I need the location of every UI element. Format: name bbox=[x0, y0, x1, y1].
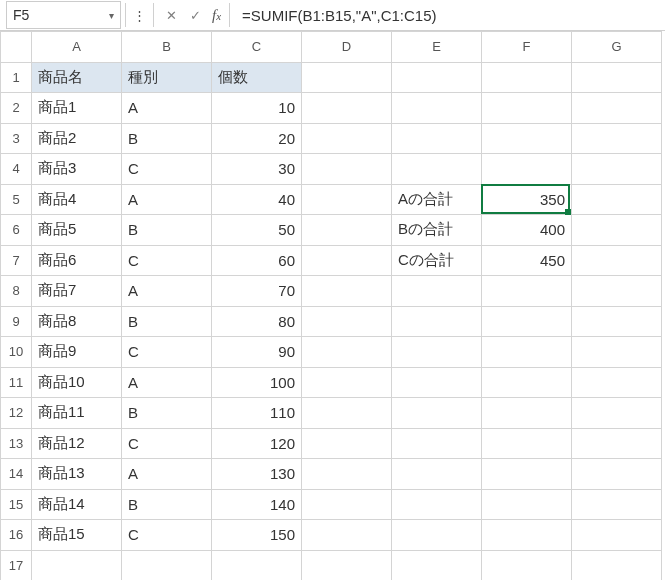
row-header[interactable]: 11 bbox=[1, 367, 32, 398]
fx-icon[interactable]: fx bbox=[212, 7, 221, 24]
cell-A13[interactable]: 商品12 bbox=[32, 428, 122, 459]
cell-F15[interactable] bbox=[482, 489, 572, 520]
cell-B11[interactable]: A bbox=[122, 367, 212, 398]
cell-C9[interactable]: 80 bbox=[212, 306, 302, 337]
row-header[interactable]: 16 bbox=[1, 520, 32, 551]
cell-B15[interactable]: B bbox=[122, 489, 212, 520]
col-header-E[interactable]: E bbox=[392, 32, 482, 63]
cell-D17[interactable] bbox=[302, 550, 392, 580]
cell-D4[interactable] bbox=[302, 154, 392, 185]
cell-A5[interactable]: 商品4 bbox=[32, 184, 122, 215]
cell-G8[interactable] bbox=[572, 276, 662, 307]
cell-C2[interactable]: 10 bbox=[212, 93, 302, 124]
cell-G14[interactable] bbox=[572, 459, 662, 490]
cell-E10[interactable] bbox=[392, 337, 482, 368]
cell-C12[interactable]: 110 bbox=[212, 398, 302, 429]
cell-G4[interactable] bbox=[572, 154, 662, 185]
cell-C8[interactable]: 70 bbox=[212, 276, 302, 307]
cell-G11[interactable] bbox=[572, 367, 662, 398]
cell-E3[interactable] bbox=[392, 123, 482, 154]
row-header[interactable]: 9 bbox=[1, 306, 32, 337]
col-header-C[interactable]: C bbox=[212, 32, 302, 63]
cell-D12[interactable] bbox=[302, 398, 392, 429]
cell-A3[interactable]: 商品2 bbox=[32, 123, 122, 154]
cell-D5[interactable] bbox=[302, 184, 392, 215]
row-header[interactable]: 7 bbox=[1, 245, 32, 276]
cell-F5[interactable]: 350 bbox=[482, 184, 572, 215]
row-header[interactable]: 12 bbox=[1, 398, 32, 429]
cell-G1[interactable] bbox=[572, 62, 662, 93]
cell-F10[interactable] bbox=[482, 337, 572, 368]
confirm-icon[interactable]: ✓ bbox=[184, 4, 206, 26]
row-header[interactable]: 13 bbox=[1, 428, 32, 459]
row-header[interactable]: 2 bbox=[1, 93, 32, 124]
cell-F3[interactable] bbox=[482, 123, 572, 154]
cell-E4[interactable] bbox=[392, 154, 482, 185]
cell-F12[interactable] bbox=[482, 398, 572, 429]
cell-C1[interactable]: 個数 bbox=[212, 62, 302, 93]
cell-F1[interactable] bbox=[482, 62, 572, 93]
cell-F14[interactable] bbox=[482, 459, 572, 490]
cell-B14[interactable]: A bbox=[122, 459, 212, 490]
cell-F8[interactable] bbox=[482, 276, 572, 307]
row-header[interactable]: 17 bbox=[1, 550, 32, 580]
cell-A17[interactable] bbox=[32, 550, 122, 580]
cell-B17[interactable] bbox=[122, 550, 212, 580]
cell-B1[interactable]: 種別 bbox=[122, 62, 212, 93]
col-header-A[interactable]: A bbox=[32, 32, 122, 63]
cell-C15[interactable]: 140 bbox=[212, 489, 302, 520]
cell-E12[interactable] bbox=[392, 398, 482, 429]
cell-A1[interactable]: 商品名 bbox=[32, 62, 122, 93]
cell-D1[interactable] bbox=[302, 62, 392, 93]
cell-C13[interactable]: 120 bbox=[212, 428, 302, 459]
cell-C14[interactable]: 130 bbox=[212, 459, 302, 490]
cell-F6[interactable]: 400 bbox=[482, 215, 572, 246]
cell-C16[interactable]: 150 bbox=[212, 520, 302, 551]
cell-D7[interactable] bbox=[302, 245, 392, 276]
cell-G7[interactable] bbox=[572, 245, 662, 276]
cell-D8[interactable] bbox=[302, 276, 392, 307]
cell-A11[interactable]: 商品10 bbox=[32, 367, 122, 398]
cell-G12[interactable] bbox=[572, 398, 662, 429]
row-header[interactable]: 14 bbox=[1, 459, 32, 490]
cell-B4[interactable]: C bbox=[122, 154, 212, 185]
cell-D9[interactable] bbox=[302, 306, 392, 337]
cell-C7[interactable]: 60 bbox=[212, 245, 302, 276]
cell-G17[interactable] bbox=[572, 550, 662, 580]
cell-D11[interactable] bbox=[302, 367, 392, 398]
cell-E5[interactable]: Aの合計 bbox=[392, 184, 482, 215]
cell-C4[interactable]: 30 bbox=[212, 154, 302, 185]
cell-D13[interactable] bbox=[302, 428, 392, 459]
row-header[interactable]: 6 bbox=[1, 215, 32, 246]
cell-B9[interactable]: B bbox=[122, 306, 212, 337]
cell-F2[interactable] bbox=[482, 93, 572, 124]
cell-E6[interactable]: Bの合計 bbox=[392, 215, 482, 246]
cell-A4[interactable]: 商品3 bbox=[32, 154, 122, 185]
cell-B8[interactable]: A bbox=[122, 276, 212, 307]
cell-B13[interactable]: C bbox=[122, 428, 212, 459]
row-header[interactable]: 5 bbox=[1, 184, 32, 215]
cell-A9[interactable]: 商品8 bbox=[32, 306, 122, 337]
cell-F13[interactable] bbox=[482, 428, 572, 459]
cell-G5[interactable] bbox=[572, 184, 662, 215]
cell-C11[interactable]: 100 bbox=[212, 367, 302, 398]
cell-A8[interactable]: 商品7 bbox=[32, 276, 122, 307]
cell-A15[interactable]: 商品14 bbox=[32, 489, 122, 520]
cell-G13[interactable] bbox=[572, 428, 662, 459]
row-header[interactable]: 4 bbox=[1, 154, 32, 185]
cell-A6[interactable]: 商品5 bbox=[32, 215, 122, 246]
cell-B6[interactable]: B bbox=[122, 215, 212, 246]
cell-G10[interactable] bbox=[572, 337, 662, 368]
cell-B12[interactable]: B bbox=[122, 398, 212, 429]
cell-D6[interactable] bbox=[302, 215, 392, 246]
cell-A16[interactable]: 商品15 bbox=[32, 520, 122, 551]
more-icon[interactable]: ⋮ bbox=[130, 8, 149, 23]
cell-A7[interactable]: 商品6 bbox=[32, 245, 122, 276]
row-header[interactable]: 10 bbox=[1, 337, 32, 368]
cell-F17[interactable] bbox=[482, 550, 572, 580]
spreadsheet-grid[interactable]: A B C D E F G 1商品名種別個数2商品1A103商品2B204商品3… bbox=[0, 31, 662, 580]
cell-E17[interactable] bbox=[392, 550, 482, 580]
cell-E15[interactable] bbox=[392, 489, 482, 520]
col-header-D[interactable]: D bbox=[302, 32, 392, 63]
cell-D16[interactable] bbox=[302, 520, 392, 551]
